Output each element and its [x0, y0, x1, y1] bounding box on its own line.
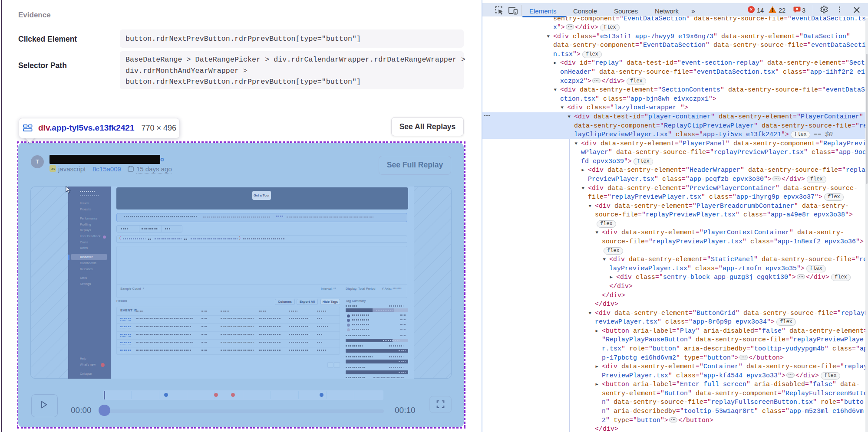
- svg-text:✕: ✕: [795, 7, 799, 11]
